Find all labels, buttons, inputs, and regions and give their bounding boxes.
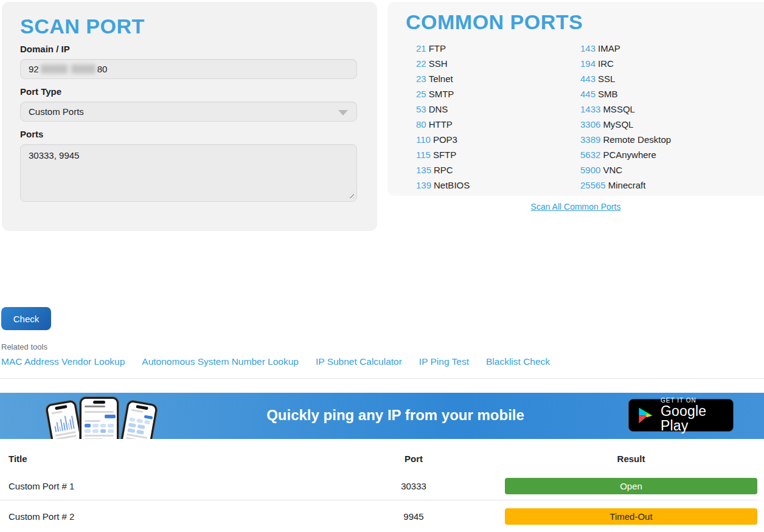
port-number: 445	[580, 89, 596, 99]
common-port-item: 5632PCAnywhere	[580, 147, 671, 162]
scan-port-panel: SCAN PORT Domain / IP 92 80 Port Type Cu…	[2, 2, 377, 231]
results-body: Custom Port # 1 30333 Open Custom Port #…	[0, 472, 757, 532]
port-name: SMTP	[429, 89, 454, 99]
section-divider	[0, 378, 764, 379]
ports-textarea[interactable]: 30333, 9945	[20, 144, 357, 202]
port-number: 22	[416, 58, 426, 69]
google-play-badge[interactable]: GET IT ON Google Play	[628, 399, 734, 432]
port-type-selected-value: Custom Ports	[29, 106, 84, 117]
domain-ip-input[interactable]: 92 80	[20, 59, 357, 79]
result-cell: Timed-Out	[505, 508, 757, 525]
redacted-ip-segment	[71, 64, 96, 74]
google-play-icon	[637, 406, 654, 426]
port-number: 1433	[580, 104, 600, 114]
phones-illustration	[50, 396, 155, 439]
port-name: POP3	[433, 134, 457, 145]
related-tool-link[interactable]: Autonomous System Number Lookup	[142, 356, 299, 367]
port-number: 5900	[580, 165, 600, 175]
ports-textarea-wrap: 30333, 9945	[20, 144, 357, 202]
port-name: SFTP	[433, 150, 456, 160]
common-port-item: 443SSL	[580, 71, 671, 86]
port-name: HTTP	[429, 119, 453, 130]
related-tool-link[interactable]: IP Subnet Calculator	[316, 356, 402, 367]
port-name: Minecraft	[608, 180, 646, 190]
port-number: 80	[416, 119, 426, 130]
port-name: SSH	[429, 58, 448, 69]
port-name: SMB	[598, 89, 618, 99]
port-number: 25565	[580, 180, 606, 190]
port-name: Remote Desktop	[603, 134, 671, 145]
result-row: Custom Port # 2 9945 Timed-Out	[0, 500, 757, 532]
port-number: 3389	[580, 134, 600, 145]
common-port-item: 115SFTP	[416, 147, 470, 162]
header-title: Title	[0, 454, 322, 464]
result-title: Custom Port # 1	[0, 481, 322, 491]
google-play-text: GET IT ON Google Play	[661, 398, 733, 434]
port-name: IMAP	[598, 43, 620, 54]
common-port-item: 1433MSSQL	[580, 102, 671, 117]
common-port-item: 3389Remote Desktop	[580, 132, 671, 147]
port-number: 115	[416, 150, 431, 160]
port-type-select[interactable]: Custom Ports	[20, 102, 357, 122]
port-number: 25	[416, 89, 426, 99]
common-port-item: 23Telnet	[416, 71, 470, 86]
port-name: MSSQL	[603, 104, 635, 114]
related-tool-link[interactable]: MAC Address Vendor Lookup	[1, 356, 125, 367]
port-name: NetBIOS	[434, 180, 470, 190]
port-type-label: Port Type	[20, 86, 359, 97]
common-port-item: 21FTP	[416, 41, 470, 56]
redacted-ip-segment	[41, 64, 68, 74]
domain-ip-value-prefix: 92	[29, 64, 39, 74]
check-button[interactable]: Check	[1, 307, 51, 330]
scan-all-wrap: Scan All Common Ports	[387, 201, 764, 212]
result-cell: Open	[505, 478, 757, 494]
chevron-down-icon	[338, 110, 348, 116]
port-name: PCAnywhere	[603, 150, 656, 160]
common-port-item: 110POP3	[416, 132, 470, 147]
related-tools-label: Related tools	[1, 342, 47, 351]
result-port: 30333	[322, 481, 505, 491]
port-number: 443	[580, 74, 596, 84]
phone-mockup-center	[80, 397, 119, 439]
related-tool-link[interactable]: Blacklist Check	[486, 356, 550, 367]
results-table: Title Port Result Custom Port # 1 30333 …	[0, 444, 764, 532]
common-port-item: 22SSH	[416, 56, 470, 71]
header-port: Port	[322, 454, 505, 464]
port-number: 53	[416, 104, 426, 114]
port-number: 135	[416, 165, 431, 175]
promo-banner: Quickly ping any IP from your mobile GET…	[0, 393, 764, 439]
port-number: 23	[416, 74, 426, 84]
common-port-item: 135RPC	[416, 162, 470, 178]
common-ports-title: COMMON PORTS	[406, 11, 759, 33]
related-tool-link[interactable]: IP Ping Test	[419, 356, 469, 367]
port-name: DNS	[429, 104, 448, 114]
common-ports-column-2: 143IMAP 194IRC 443SSL 445SMB	[580, 41, 671, 193]
common-port-item: 5900VNC	[580, 162, 671, 178]
result-port: 9945	[322, 511, 505, 522]
result-title: Custom Port # 2	[0, 511, 322, 522]
banner-headline: Quickly ping any IP from your mobile	[266, 407, 524, 424]
results-header-row: Title Port Result	[0, 444, 757, 472]
common-port-item: 445SMB	[580, 86, 671, 102]
scan-all-common-ports-link[interactable]: Scan All Common Ports	[531, 202, 621, 212]
status-badge: Open	[505, 478, 757, 494]
port-name: RPC	[434, 165, 453, 175]
status-badge: Timed-Out	[505, 508, 757, 525]
common-ports-column-1: 21FTP 22SSH 23Telnet 25SMTP	[416, 41, 470, 193]
port-name: IRC	[598, 58, 614, 69]
port-number: 143	[580, 43, 596, 54]
ports-label: Ports	[20, 129, 359, 139]
common-port-item: 80HTTP	[416, 117, 470, 132]
port-number: 3306	[580, 119, 600, 130]
domain-ip-label: Domain / IP	[20, 44, 359, 54]
common-ports-panel: COMMON PORTS 21FTP 22SSH 23Telnet	[387, 2, 764, 196]
port-number: 21	[416, 43, 426, 54]
scan-port-title: SCAN PORT	[20, 15, 359, 38]
header-result: Result	[505, 454, 757, 464]
common-port-item: 139NetBIOS	[416, 178, 470, 193]
port-name: VNC	[603, 165, 622, 175]
common-port-item: 3306MySQL	[580, 117, 671, 132]
domain-ip-value-suffix: 80	[97, 64, 108, 74]
common-port-item: 25SMTP	[416, 86, 470, 102]
port-name: MySQL	[603, 119, 633, 130]
